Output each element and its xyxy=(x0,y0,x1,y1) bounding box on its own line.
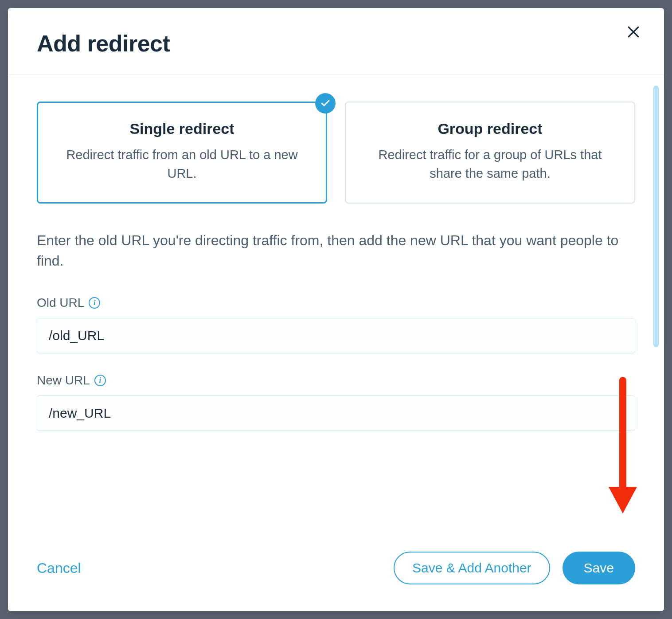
option-title: Group redirect xyxy=(361,120,619,137)
modal-header: Add redirect xyxy=(8,8,664,75)
add-redirect-modal: Add redirect Single redirect Redirect tr… xyxy=(8,8,664,611)
new-url-label: New URL xyxy=(37,373,90,388)
cancel-button[interactable]: Cancel xyxy=(37,555,81,582)
option-group-redirect[interactable]: Group redirect Redirect traffic for a gr… xyxy=(345,102,635,204)
info-icon[interactable]: i xyxy=(94,375,106,386)
option-single-redirect[interactable]: Single redirect Redirect traffic from an… xyxy=(37,102,327,204)
close-icon xyxy=(626,25,641,39)
option-description: Redirect traffic from an old URL to a ne… xyxy=(53,145,311,183)
option-description: Redirect traffic for a group of URLs tha… xyxy=(361,145,619,183)
new-url-group: New URL i xyxy=(37,373,635,431)
modal-footer: Cancel Save & Add Another Save xyxy=(8,534,664,611)
old-url-group: Old URL i xyxy=(37,296,635,353)
save-button[interactable]: Save xyxy=(563,552,635,584)
footer-actions: Save & Add Another Save xyxy=(394,552,635,584)
label-row: Old URL i xyxy=(37,296,635,310)
old-url-label: Old URL xyxy=(37,296,84,310)
new-url-input[interactable] xyxy=(37,396,635,431)
close-button[interactable] xyxy=(623,21,644,44)
info-icon[interactable]: i xyxy=(89,297,100,309)
save-and-add-another-button[interactable]: Save & Add Another xyxy=(394,552,550,584)
check-icon xyxy=(320,98,331,109)
instruction-text: Enter the old URL you're directing traff… xyxy=(37,230,635,271)
option-title: Single redirect xyxy=(53,120,311,137)
redirect-type-options: Single redirect Redirect traffic from an… xyxy=(37,102,635,204)
modal-body: Single redirect Redirect traffic from an… xyxy=(8,75,664,549)
modal-title: Add redirect xyxy=(37,30,170,57)
label-row: New URL i xyxy=(37,373,635,388)
old-url-input[interactable] xyxy=(37,318,635,353)
selected-badge xyxy=(315,93,336,114)
